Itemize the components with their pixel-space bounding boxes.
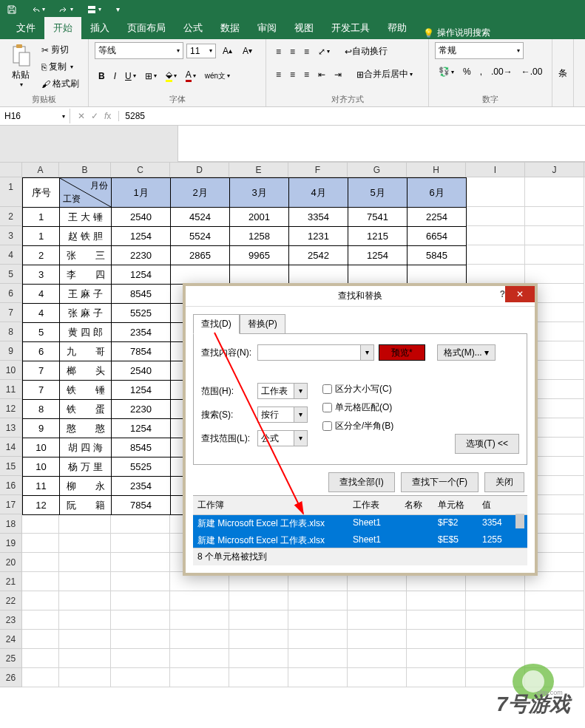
cell[interactable] [466,591,525,610]
row-header-12[interactable]: 12 [0,399,22,418]
name-box-dropdown-icon[interactable]: ▾ [62,113,65,120]
cell-name[interactable]: 张 麻 子 [60,304,112,323]
bold-button[interactable]: B [95,67,109,85]
merge-center-button[interactable]: ⊞ 合并后居中▾ [353,65,416,84]
cell[interactable] [525,630,584,649]
cell-seq[interactable]: 4 [23,304,60,323]
results-scrollbar[interactable] [515,514,524,528]
cell-value[interactable]: 3354 [289,208,348,227]
preview-button[interactable]: 预览* [379,344,425,361]
cell-seq[interactable]: 1 [23,227,60,246]
row-header-9[interactable]: 9 [0,341,22,361]
row-header-1[interactable]: 1 [0,177,22,207]
row-header-16[interactable]: 16 [0,476,22,495]
cell[interactable] [170,649,229,668]
cell-value[interactable]: 2354 [112,477,171,496]
cell-value[interactable]: 2542 [289,246,348,265]
cell-value[interactable]: 2001 [230,208,289,227]
qat-dropdown-icon[interactable]: ▾ [112,4,123,15]
col-header-C[interactable]: C [111,163,170,177]
cell[interactable] [288,668,348,687]
cell-value[interactable]: 6654 [408,227,467,246]
underline-button[interactable]: U▾ [121,67,140,85]
tab-formulas[interactable]: 公式 [175,17,212,39]
cell[interactable] [466,245,525,265]
customize-icon[interactable]: ▾ [84,3,104,16]
cell-value[interactable]: 5525 [112,457,171,477]
format-painter-button[interactable]: 🖌格式刷 [38,76,82,92]
col-header-J[interactable]: J [525,163,584,177]
name-box[interactable]: ▾ [0,109,70,123]
cell-seq[interactable]: 7 [23,381,60,400]
formula-input[interactable]: 5285 [119,109,585,123]
tab-home[interactable]: 开始 [44,17,81,39]
cell[interactable] [59,591,111,610]
phonetic-button[interactable]: wén文▾ [201,67,234,85]
cell[interactable] [229,668,288,687]
cell[interactable] [348,591,407,610]
cell[interactable] [170,591,229,610]
row-header-10[interactable]: 10 [0,361,22,380]
align-middle-icon[interactable]: ≡ [286,42,299,61]
cell[interactable] [288,591,348,610]
row-header-2[interactable]: 2 [0,207,22,226]
cell[interactable] [170,630,229,649]
italic-button[interactable]: I [110,67,120,85]
cell-value[interactable]: 1254 [348,246,408,265]
cell-value[interactable] [289,265,348,285]
tab-data[interactable]: 数据 [212,17,248,39]
row-header-4[interactable]: 4 [0,245,22,265]
cell-seq[interactable]: 7 [23,361,60,381]
cell[interactable] [111,668,170,687]
cell[interactable] [59,534,111,553]
cell[interactable] [22,668,59,687]
lookin-dropdown-icon[interactable]: ▾ [294,430,308,446]
row-header-8[interactable]: 8 [0,322,22,341]
find-tab[interactable]: 查找(D) [193,314,240,334]
cell[interactable] [59,668,111,687]
paste-button[interactable]: 粘贴▾ [6,42,35,92]
cell-value[interactable]: 1231 [289,227,348,246]
cell-name[interactable]: 憨 憨 [60,419,112,438]
row-header-15[interactable]: 15 [0,457,22,476]
tab-layout[interactable]: 页面布局 [118,17,175,39]
decrease-font-icon[interactable]: A▾ [239,43,256,59]
col-header-D[interactable]: D [170,163,229,177]
cell-name[interactable]: 九 哥 [60,342,112,361]
cell-value[interactable] [348,265,408,285]
match-entire-checkbox[interactable] [322,403,332,412]
cell[interactable] [170,610,229,630]
row-header-6[interactable]: 6 [0,284,22,303]
cell-value[interactable]: 2865 [171,246,230,265]
undo-icon[interactable]: ▾ [27,3,48,16]
within-dropdown-icon[interactable]: ▾ [294,383,308,399]
increase-decimal-icon[interactable]: .00→ [487,64,516,80]
cell-value[interactable]: 4524 [171,208,230,227]
cell-name[interactable]: 铁 蛋 [60,400,112,419]
cell-seq[interactable]: 10 [23,457,60,477]
tab-file[interactable]: 文件 [7,17,44,39]
cut-button[interactable]: ✂剪切 [38,42,82,58]
cell[interactable] [466,630,525,649]
cell-seq[interactable]: 4 [23,285,60,304]
row-header-17[interactable]: 17 [0,495,22,514]
number-format-select[interactable]: 常规▾ [435,42,524,59]
cell[interactable] [348,668,407,687]
cell[interactable] [229,610,288,630]
cell-value[interactable]: 8545 [112,285,171,304]
cell[interactable] [22,553,59,572]
cell-seq[interactable]: 3 [23,265,60,285]
col-header-I[interactable]: I [466,163,525,177]
cell[interactable] [22,591,59,610]
col-header-H[interactable]: H [407,163,466,177]
cell[interactable] [348,649,407,668]
cell-name[interactable]: 李 四 [60,265,112,285]
cell-value[interactable]: 2230 [112,400,171,419]
match-case-checkbox[interactable] [322,384,332,394]
cell[interactable] [111,514,170,534]
cell-name[interactable]: 赵 铁 胆 [60,227,112,246]
cell-seq[interactable]: 5 [23,323,60,342]
tab-insert[interactable]: 插入 [81,17,118,39]
row-header-22[interactable]: 22 [0,591,22,610]
within-select[interactable]: 工作表 [257,383,294,399]
